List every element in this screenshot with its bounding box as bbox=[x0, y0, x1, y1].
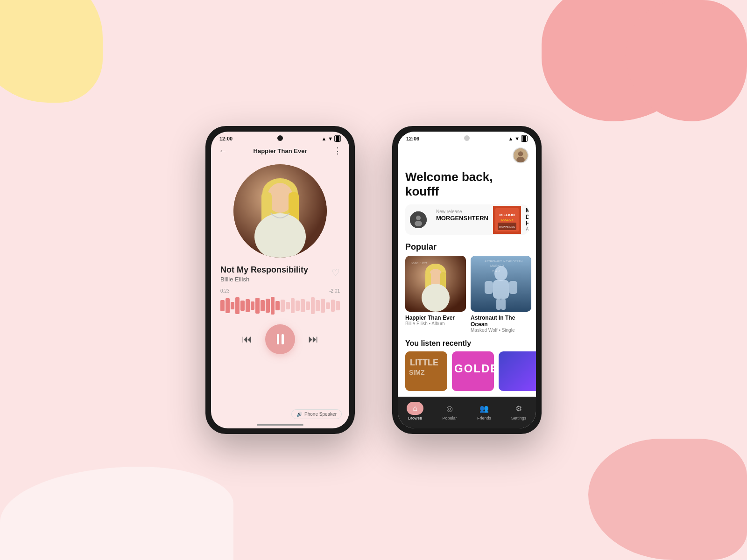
svg-point-9 bbox=[518, 151, 523, 156]
recently-art-2: GOLDEN bbox=[452, 351, 494, 391]
svg-text:ASTRONAUT IN THE OCEAN: ASTRONAUT IN THE OCEAN bbox=[485, 260, 522, 263]
popular-art-2-bg: ASTRONAUT IN THE OCEAN MASKED W▲LF bbox=[471, 256, 531, 312]
waveform-bar bbox=[255, 298, 260, 314]
svg-text:Than Ever: Than Ever bbox=[410, 261, 427, 265]
waveform-bar bbox=[301, 299, 305, 312]
nav-icon-browse-container: ⌂ bbox=[407, 402, 423, 415]
svg-rect-29 bbox=[493, 280, 509, 299]
svg-text:GOLDEN: GOLDEN bbox=[454, 362, 494, 375]
popular-nav-icon: ◎ bbox=[446, 404, 453, 413]
waveform-bar bbox=[321, 299, 325, 313]
welcome-main: Welcome back, koufff bbox=[405, 170, 529, 199]
player-title: Happier Than Ever bbox=[254, 147, 307, 154]
more-options-button[interactable]: ⋮ bbox=[333, 146, 342, 156]
waveform-bar bbox=[226, 298, 230, 313]
play-pause-button[interactable] bbox=[265, 324, 295, 354]
album-mini-svg: MILLION DOLLAR HAPPINESS bbox=[493, 206, 521, 234]
signal-icon: ▲ bbox=[321, 136, 326, 141]
phone1-camera bbox=[277, 135, 283, 141]
album-mini-art: MILLION DOLLAR HAPPINESS bbox=[493, 206, 521, 234]
waveform-bar bbox=[251, 301, 255, 310]
speaker-label: Phone Speaker bbox=[304, 412, 337, 417]
popular-track-meta-2: Masked Wolf • Single bbox=[471, 328, 531, 333]
battery-icon: █ bbox=[334, 135, 341, 142]
speaker-button[interactable]: 🔊 Phone Speaker bbox=[291, 409, 342, 419]
popular-track-meta-1: Billie Eilish • Album bbox=[405, 321, 466, 326]
svg-rect-30 bbox=[485, 281, 493, 294]
recently-card-1[interactable]: LITTLE SIMZ bbox=[405, 351, 447, 391]
popular-art-2-svg: ASTRONAUT IN THE OCEAN MASKED W▲LF bbox=[471, 256, 531, 312]
svg-rect-31 bbox=[509, 281, 517, 294]
popular-track-name-1: Happier Than Ever bbox=[405, 315, 466, 321]
popular-card-2[interactable]: ASTRONAUT IN THE OCEAN MASKED W▲LF Astro… bbox=[471, 256, 531, 333]
waveform-bar bbox=[275, 301, 280, 310]
new-release-label: New release bbox=[436, 209, 488, 214]
svg-text:MILLION: MILLION bbox=[500, 213, 515, 217]
browse-header bbox=[398, 144, 536, 167]
waveform[interactable] bbox=[220, 296, 340, 315]
phone2-status-bar: 12:06 ▲ ▼ █ bbox=[398, 132, 536, 144]
new-release-left bbox=[405, 204, 431, 235]
nav-item-popular[interactable]: ◎ Popular bbox=[432, 402, 467, 420]
pause-bar-right bbox=[282, 334, 284, 344]
svg-text:W▲LF: W▲LF bbox=[492, 269, 501, 272]
nav-icon-friends-container: 👥 bbox=[476, 402, 493, 415]
svg-text:MASKED: MASKED bbox=[490, 264, 504, 267]
waveform-bar bbox=[220, 300, 225, 311]
new-release-card[interactable]: New release MORGENSHTERN MILLION DOLLAR bbox=[405, 204, 529, 235]
phone2-time: 12:06 bbox=[406, 136, 419, 141]
skip-prev-button[interactable]: ⏮ bbox=[242, 333, 252, 345]
waveform-bar bbox=[331, 300, 335, 312]
welcome-section: Welcome back, koufff bbox=[398, 167, 536, 204]
svg-text:SIMZ: SIMZ bbox=[409, 369, 425, 376]
nav-item-settings[interactable]: ⚙ Settings bbox=[501, 402, 536, 420]
phone2-screen: 12:06 ▲ ▼ █ bbox=[398, 132, 536, 428]
recently-scroll: LITTLE SIMZ GOLDEN bbox=[398, 351, 536, 391]
back-button[interactable]: ← bbox=[218, 146, 227, 156]
friends-icon: 👥 bbox=[479, 404, 489, 413]
bottom-nav: ⌂ Browse ◎ Popular 👥 Friends bbox=[398, 397, 536, 428]
waveform-bar bbox=[306, 301, 310, 310]
popular-card-1[interactable]: Than Ever Happier Than Ever Billie Eilis… bbox=[405, 256, 466, 333]
nav-item-browse[interactable]: ⌂ Browse bbox=[398, 402, 432, 420]
welcome-line2: koufff bbox=[405, 184, 439, 198]
waveform-bar bbox=[336, 301, 340, 310]
recently-card-3[interactable] bbox=[499, 351, 536, 391]
song-name: Not My Responsibility bbox=[220, 265, 308, 275]
svg-rect-32 bbox=[496, 299, 501, 310]
artist-circle bbox=[410, 211, 427, 228]
avatar-svg bbox=[514, 147, 528, 163]
waveform-bar bbox=[261, 300, 265, 311]
player-header: ← Happier Than Ever ⋮ bbox=[211, 144, 349, 160]
like-button[interactable]: ♡ bbox=[331, 267, 340, 278]
svg-text:DOLLAR: DOLLAR bbox=[501, 218, 513, 221]
home-icon: ⌂ bbox=[413, 404, 417, 413]
phone1-screen: 12:00 ▲ ▼ █ ← Happier Than Ever ⋮ Than E… bbox=[211, 132, 349, 428]
nav-item-friends[interactable]: 👥 Friends bbox=[467, 402, 501, 420]
svg-point-12 bbox=[416, 216, 421, 220]
popular-art-1-bg: Than Ever bbox=[405, 256, 466, 312]
waveform-bar bbox=[286, 302, 290, 309]
recently-art-2-bg: GOLDEN bbox=[452, 351, 494, 391]
recently-card-2[interactable]: GOLDEN bbox=[452, 351, 494, 391]
svg-point-13 bbox=[415, 221, 422, 226]
home-indicator bbox=[257, 424, 303, 426]
bg-blob-pink-bottom bbox=[588, 439, 747, 560]
waveform-bar bbox=[231, 302, 235, 309]
phone2-shell: 12:06 ▲ ▼ █ bbox=[392, 126, 542, 434]
pause-bar-left bbox=[277, 334, 279, 344]
popular-scroll: Than Ever Happier Than Ever Billie Eilis… bbox=[398, 256, 536, 338]
recently-art-3-bg bbox=[499, 351, 536, 391]
release-details: MILLION DOLLAR: HAPPINESS Album • 2021 bbox=[521, 204, 529, 235]
user-avatar[interactable] bbox=[513, 147, 529, 163]
nav-label-friends: Friends bbox=[477, 416, 491, 420]
waveform-bar bbox=[240, 301, 245, 311]
popular-track-name-2: Astronaut In The Ocean bbox=[471, 315, 531, 328]
new-release-album-wrapper: MILLION DOLLAR HAPPINESS MILLION DOLLAR:… bbox=[493, 204, 529, 235]
song-info: Not My Responsibility Billie Eilish ♡ bbox=[211, 265, 349, 283]
skip-next-button[interactable]: ⏭ bbox=[308, 333, 318, 345]
recently-art-1-bg: LITTLE SIMZ bbox=[405, 351, 447, 391]
nav-label-popular: Popular bbox=[442, 416, 457, 420]
svg-text:HAPPINESS: HAPPINESS bbox=[499, 225, 515, 228]
recently-art-1: LITTLE SIMZ bbox=[405, 351, 447, 391]
